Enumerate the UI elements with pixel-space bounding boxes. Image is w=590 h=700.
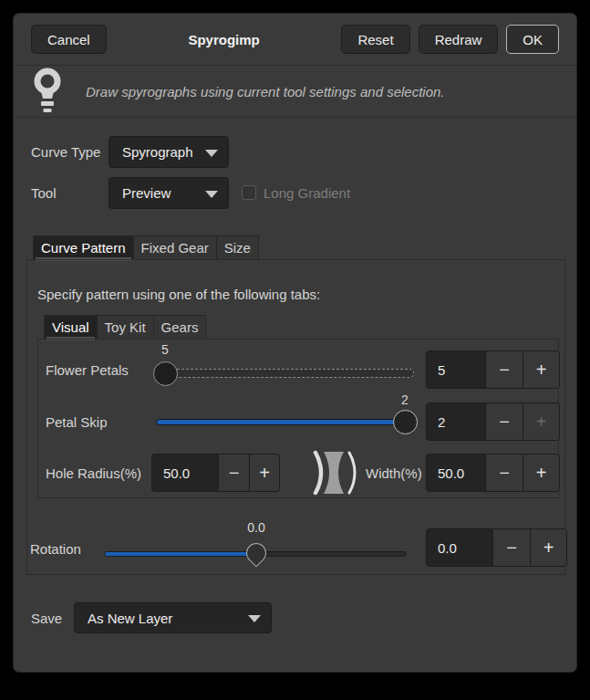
flower-petals-minus-button[interactable]: − <box>485 351 523 388</box>
minus-icon: − <box>499 463 510 484</box>
flower-petals-slider-value: 5 <box>145 342 185 357</box>
tab-curve-pattern[interactable]: Curve Pattern <box>33 235 133 260</box>
chevron-down-icon <box>248 615 261 622</box>
minus-icon: − <box>506 538 517 559</box>
flower-petals-label: Flower Petals <box>46 362 129 379</box>
tab-visual[interactable]: Visual <box>44 315 97 340</box>
minus-icon: − <box>229 463 240 484</box>
ok-button[interactable]: OK <box>506 25 559 54</box>
hole-radius-entry[interactable]: 50.0 <box>152 454 218 491</box>
petal-skip-label: Petal Skip <box>46 414 108 431</box>
info-banner: Draw spyrographs using current tool sett… <box>14 65 576 118</box>
width-plus-button[interactable]: + <box>523 454 559 491</box>
tool-dropdown[interactable]: Preview <box>109 177 229 209</box>
dialog-title: Spyrogimp <box>107 32 342 47</box>
rotation-plus-button[interactable]: + <box>530 529 566 566</box>
ring-segment-icon <box>308 450 357 496</box>
save-value: As New Layer <box>88 611 172 626</box>
save-dropdown[interactable]: As New Layer <box>74 602 272 633</box>
lamp-icon <box>29 68 66 115</box>
minus-icon: − <box>499 360 510 381</box>
tab-toy-kit[interactable]: Toy Kit <box>97 315 153 340</box>
rotation-entry[interactable]: 0.0 <box>427 529 492 566</box>
info-text: Draw spyrographs using current tool sett… <box>86 84 445 99</box>
flower-petals-plus-button[interactable]: + <box>523 351 559 388</box>
petal-skip-spinner: 2 − + <box>426 402 560 441</box>
tab-gears[interactable]: Gears <box>153 315 207 340</box>
curve-type-value: Spyrograph <box>122 144 193 160</box>
tool-label: Tool <box>31 185 57 202</box>
hole-radius-minus-button[interactable]: − <box>218 454 249 491</box>
rotation-minus-button[interactable]: − <box>492 529 530 566</box>
tab-size[interactable]: Size <box>216 235 259 260</box>
rotation-slider-fill <box>105 552 255 556</box>
petal-skip-slider-value: 2 <box>385 392 425 407</box>
petal-skip-minus-button[interactable]: − <box>485 403 523 440</box>
plus-icon: + <box>543 538 554 559</box>
inner-tab-bar: Visual Toy Kit Gears <box>44 315 206 340</box>
flower-petals-entry[interactable]: 5 <box>427 351 485 388</box>
plus-icon: + <box>259 463 270 484</box>
width-spinner: 50.0 − + <box>426 454 560 492</box>
plus-icon: + <box>536 412 547 433</box>
hole-radius-label: Hole Radius(%) <box>46 465 141 482</box>
rotation-spinner: 0.0 − + <box>426 528 567 567</box>
petal-skip-slider[interactable] <box>156 419 416 425</box>
petal-skip-plus-button: + <box>523 403 559 440</box>
minus-icon: − <box>499 412 510 433</box>
redraw-button[interactable]: Redraw <box>419 25 499 54</box>
save-label: Save <box>31 611 62 627</box>
width-minus-button[interactable]: − <box>485 454 523 491</box>
header-bar: Cancel Spyrogimp Reset Redraw OK <box>14 14 576 65</box>
flower-petals-slider[interactable] <box>154 369 414 378</box>
outer-tab-bar: Curve Pattern Fixed Gear Size <box>33 235 259 260</box>
long-gradient-checkbox <box>242 185 256 200</box>
chevron-down-icon <box>205 150 218 157</box>
header-actions: Reset Redraw OK <box>341 25 559 54</box>
screen: Cancel Spyrogimp Reset Redraw OK Draw sp… <box>0 0 590 700</box>
pattern-hint: Specify pattern using one of the followi… <box>37 287 320 303</box>
tab-fixed-gear[interactable]: Fixed Gear <box>133 235 216 260</box>
cancel-button[interactable]: Cancel <box>31 25 107 54</box>
tool-value: Preview <box>122 185 171 201</box>
curve-type-label: Curve Type <box>31 144 100 161</box>
plus-icon: + <box>536 360 547 381</box>
hole-radius-spinner: 50.0 − + <box>151 454 280 492</box>
flower-petals-spinner: 5 − + <box>426 350 560 389</box>
chevron-down-icon <box>205 191 218 198</box>
width-entry[interactable]: 50.0 <box>427 454 485 491</box>
petal-skip-entry[interactable]: 2 <box>427 403 485 440</box>
rotation-label: Rotation <box>30 541 81 558</box>
petal-skip-slider-handle[interactable] <box>393 410 418 434</box>
hole-radius-plus-button[interactable]: + <box>249 454 279 491</box>
spyrogimp-dialog: Cancel Spyrogimp Reset Redraw OK Draw sp… <box>13 13 577 673</box>
plus-icon: + <box>536 463 547 484</box>
long-gradient-label: Long Gradient <box>264 185 350 202</box>
rotation-slider-value: 0.0 <box>236 520 276 535</box>
flower-petals-slider-handle[interactable] <box>153 361 178 386</box>
curve-type-dropdown[interactable]: Spyrograph <box>109 136 229 168</box>
width-label: Width(%) <box>366 465 422 482</box>
reset-button[interactable]: Reset <box>341 25 409 54</box>
